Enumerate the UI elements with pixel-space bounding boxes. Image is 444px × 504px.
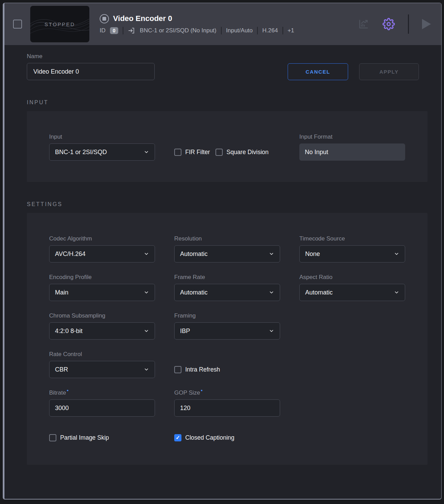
intra-refresh-group: Intra Refresh [174, 351, 280, 378]
settings-section-heading: SETTINGS [27, 201, 419, 207]
play-icon [422, 19, 431, 29]
input-section-heading: INPUT [27, 99, 419, 106]
resolution-group: Resolution Automatic [174, 235, 280, 262]
statistics-button[interactable] [358, 18, 369, 30]
fir-filter-checkbox-group[interactable]: FIR Filter [174, 149, 210, 156]
chroma-subsampling-group: Chroma Subsampling 4:2:0 8-bit [49, 312, 155, 340]
square-division-label: Square Division [226, 149, 269, 156]
chevron-down-icon [269, 251, 274, 257]
input-select[interactable]: BNC-1 or 2SI/SQD [49, 143, 155, 161]
page-title: Video Encoder 0 [113, 14, 172, 23]
required-dot: • [67, 387, 68, 393]
input-source-icon [128, 27, 135, 34]
closed-captioning-checkbox[interactable] [174, 434, 181, 441]
name-field-group: Name [27, 53, 155, 80]
rate-control-select[interactable]: CBR [49, 361, 155, 378]
meta-input-source: BNC-1 or 2SI/SQD (No Input) [140, 27, 217, 34]
timecode-source-label: Timecode Source [299, 235, 405, 242]
encoder-header: STOPPED Video Encoder 0 ID 0 BNC-1 or 2S… [4, 3, 441, 45]
preview-thumbnail: STOPPED [30, 6, 89, 42]
gear-icon [382, 18, 395, 30]
aspect-ratio-group: Aspect Ratio Automatic [299, 274, 405, 301]
frame-rate-label: Frame Rate [174, 274, 280, 281]
gop-size-group: GOP Size• [174, 389, 280, 417]
chevron-down-icon [144, 290, 149, 295]
framing-group: Framing IBP [174, 312, 280, 340]
codec-algorithm-group: Codec Algorithm AVC/H.264 [49, 235, 155, 262]
status-badge: STOPPED [30, 6, 89, 42]
chevron-down-icon [144, 367, 149, 372]
closed-captioning-label: Closed Captioning [185, 434, 234, 441]
framing-label: Framing [174, 312, 280, 319]
aspect-ratio-label: Aspect Ratio [299, 274, 405, 281]
name-input[interactable] [27, 63, 155, 80]
input-checkboxes-group: FIR Filter Square Division [174, 133, 280, 161]
id-label: ID [100, 27, 106, 34]
encoding-profile-group: Encoding Profile Main [49, 274, 155, 301]
cancel-button[interactable]: CANCEL [288, 63, 348, 80]
divider [221, 27, 222, 34]
chevron-down-icon [144, 251, 149, 257]
input-label: Input [49, 133, 155, 140]
bitrate-label: Bitrate• [49, 389, 155, 396]
partial-image-skip-group: Partial Image Skip [49, 433, 155, 442]
gop-size-label: GOP Size• [174, 389, 280, 396]
resolution-select[interactable]: Automatic [174, 245, 280, 262]
gop-size-input[interactable] [174, 399, 280, 417]
partial-image-skip-label: Partial Image Skip [60, 434, 109, 441]
chevron-down-icon [269, 328, 274, 334]
divider [123, 27, 123, 34]
required-dot: • [201, 387, 202, 393]
input-panel: Input BNC-1 or 2SI/SQD FIR Filter [27, 111, 428, 182]
chroma-subsampling-select[interactable]: 4:2:0 8-bit [49, 322, 155, 340]
intra-refresh-checkbox-group[interactable]: Intra Refresh [174, 366, 220, 373]
square-division-checkbox[interactable] [215, 149, 223, 156]
input-format-label: Input Format [299, 133, 405, 140]
meta-codec: H.264 [262, 27, 278, 34]
chevron-down-icon [269, 290, 274, 295]
encoding-profile-select[interactable]: Main [49, 284, 155, 301]
header-actions [358, 14, 431, 34]
closed-captioning-checkbox-group[interactable]: Closed Captioning [174, 434, 234, 441]
frame-rate-select[interactable]: Automatic [174, 284, 280, 301]
form-buttons: CANCEL APPLY [288, 63, 419, 80]
frame-rate-group: Frame Rate Automatic [174, 274, 280, 301]
apply-button[interactable]: APPLY [359, 63, 419, 80]
stopped-state-icon [100, 14, 109, 23]
id-badge: 0 [110, 27, 118, 34]
partial-image-skip-checkbox-group[interactable]: Partial Image Skip [49, 434, 109, 441]
input-format-group: Input Format No Input [299, 133, 405, 161]
bitrate-input[interactable] [49, 399, 155, 417]
chevron-down-icon [144, 328, 149, 334]
closed-captioning-group: Closed Captioning [174, 433, 280, 442]
encoder-card: STOPPED Video Encoder 0 ID 0 BNC-1 or 2S… [3, 3, 442, 500]
aspect-ratio-select[interactable]: Automatic [299, 284, 405, 301]
settings-button[interactable] [382, 18, 395, 30]
input-field-group: Input BNC-1 or 2SI/SQD [49, 133, 155, 161]
intra-refresh-checkbox[interactable] [174, 366, 181, 373]
bitrate-group: Bitrate• [49, 389, 155, 417]
divider [257, 27, 258, 34]
partial-image-skip-checkbox[interactable] [49, 434, 56, 441]
fir-filter-checkbox[interactable] [174, 149, 181, 156]
timecode-source-group: Timecode Source None [299, 235, 405, 262]
framing-select[interactable]: IBP [174, 322, 280, 340]
resolution-label: Resolution [174, 235, 280, 242]
intra-refresh-label: Intra Refresh [185, 366, 220, 373]
encoding-profile-label: Encoding Profile [49, 274, 155, 281]
start-encoder-button[interactable] [422, 19, 431, 29]
encoder-meta-row: ID 0 BNC-1 or 2SI/SQD (No Input) Input/A… [100, 27, 351, 34]
input-format-value: No Input [299, 143, 405, 161]
divider [408, 14, 409, 34]
divider [282, 27, 283, 34]
square-division-checkbox-group[interactable]: Square Division [215, 149, 269, 156]
fir-filter-label: FIR Filter [185, 149, 210, 156]
select-encoder-checkbox[interactable] [13, 20, 22, 29]
codec-algorithm-select[interactable]: AVC/H.264 [49, 245, 155, 262]
timecode-source-select[interactable]: None [299, 245, 405, 262]
encoder-form: Name CANCEL APPLY INPUT Input BNC-1 or 2… [4, 45, 441, 465]
chevron-down-icon [394, 290, 399, 295]
meta-resolution: Input/Auto [226, 27, 253, 34]
input-select-value: BNC-1 or 2SI/SQD [55, 149, 107, 156]
name-label: Name [27, 53, 155, 60]
